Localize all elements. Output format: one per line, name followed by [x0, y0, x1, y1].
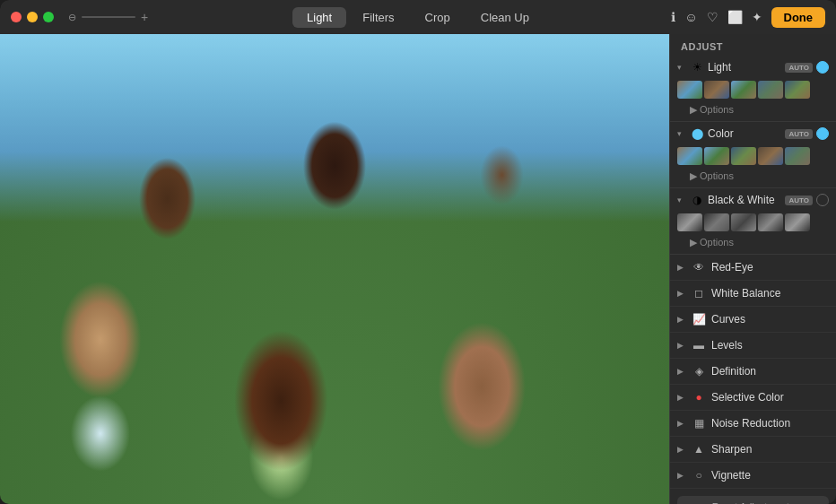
color-icon: ⬤ — [690, 127, 704, 140]
titlebar-right: ℹ ☺ ♡ ⬜ ✦ Done — [671, 7, 825, 28]
zoom-in-icon: + — [141, 10, 148, 24]
light-thumb-2[interactable] — [704, 81, 729, 99]
levels-item[interactable]: ▶ ▬ Levels — [670, 333, 836, 359]
white-balance-chevron: ▶ — [677, 289, 686, 298]
bw-thumb-2[interactable] — [704, 213, 729, 231]
white-balance-label: White Balance — [711, 287, 829, 300]
levels-icon: ▬ — [692, 339, 706, 352]
adjust-sidebar: Adjust ▾ ☀ Light AUTO ▶ Optio — [669, 34, 836, 504]
vignette-item[interactable]: ▶ ○ Vignette — [670, 463, 836, 489]
done-button[interactable]: Done — [771, 7, 826, 28]
light-thumbnails — [670, 79, 836, 102]
red-eye-chevron: ▶ — [677, 263, 686, 272]
color-header[interactable]: ▾ ⬤ Color AUTO — [670, 122, 836, 145]
vignette-label: Vignette — [711, 469, 829, 482]
nav-buttons: Light Filters Crop Clean Up — [292, 7, 544, 28]
definition-item[interactable]: ▶ ◈ Definition — [670, 359, 836, 385]
color-thumb-5[interactable] — [785, 147, 810, 165]
color-thumb-4[interactable] — [758, 147, 783, 165]
red-eye-item[interactable]: ▶ 👁 Red-Eye — [670, 255, 836, 281]
color-auto-badge[interactable]: AUTO — [785, 129, 813, 139]
light-thumb-1[interactable] — [677, 81, 702, 99]
definition-label: Definition — [711, 365, 829, 378]
favorite-icon[interactable]: ♡ — [707, 10, 718, 24]
red-eye-icon: 👁 — [692, 261, 706, 274]
info-icon[interactable]: ℹ — [671, 10, 675, 24]
bw-chevron: ▾ — [677, 196, 686, 204]
selective-color-chevron: ▶ — [677, 393, 686, 402]
bw-section: ▾ ◑ Black & White AUTO ▶ Options — [670, 188, 836, 255]
sharpen-chevron: ▶ — [677, 445, 686, 454]
light-header[interactable]: ▾ ☀ Light AUTO — [670, 56, 836, 79]
light-thumb-3[interactable] — [731, 81, 756, 99]
light-chevron: ▾ — [677, 63, 686, 72]
definition-icon: ◈ — [692, 365, 706, 378]
color-thumb-1[interactable] — [677, 147, 702, 165]
bw-thumb-4[interactable] — [758, 213, 783, 231]
sharpen-icon: ▲ — [692, 443, 706, 456]
color-toggle[interactable] — [816, 127, 829, 140]
noise-reduction-item[interactable]: ▶ ▦ Noise Reduction — [670, 411, 836, 437]
color-options[interactable]: ▶ Options — [670, 169, 836, 187]
zoom-slider-area: ⊖ + — [68, 10, 148, 24]
white-balance-item[interactable]: ▶ ◻ White Balance — [670, 281, 836, 307]
light-label: Light — [708, 61, 781, 74]
light-options[interactable]: ▶ Options — [670, 102, 836, 121]
close-button[interactable] — [11, 12, 22, 22]
share-icon[interactable]: ⬜ — [727, 10, 743, 24]
zoom-slider[interactable] — [82, 16, 135, 18]
titlebar: ⊖ + Light Filters Crop Clean Up ℹ ☺ ♡ ⬜ … — [0, 0, 836, 34]
light-icon: ☀ — [690, 61, 704, 74]
emoji-icon[interactable]: ☺ — [684, 10, 697, 24]
white-balance-icon: ◻ — [692, 287, 706, 300]
light-thumb-5[interactable] — [785, 81, 810, 99]
selective-color-item[interactable]: ▶ ● Selective Color — [670, 385, 836, 411]
color-section: ▾ ⬤ Color AUTO ▶ Options — [670, 122, 836, 188]
bw-options[interactable]: ▶ Options — [670, 235, 836, 254]
bw-auto-badge[interactable]: AUTO — [785, 196, 813, 205]
light-thumb-4[interactable] — [758, 81, 783, 99]
zoom-out-icon: ⊖ — [68, 12, 76, 23]
bw-thumb-1[interactable] — [677, 213, 702, 231]
bw-header[interactable]: ▾ ◑ Black & White AUTO — [670, 188, 836, 212]
nav-crop[interactable]: Crop — [411, 7, 465, 28]
photo-people — [0, 34, 669, 504]
bw-toggle[interactable] — [816, 194, 829, 206]
maximize-button[interactable] — [43, 12, 54, 22]
levels-chevron: ▶ — [677, 341, 686, 350]
curves-chevron: ▶ — [677, 315, 686, 324]
curves-label: Curves — [711, 313, 829, 326]
selective-color-label: Selective Color — [711, 391, 829, 404]
wand-icon[interactable]: ✦ — [752, 10, 762, 24]
color-label: Color — [708, 127, 781, 140]
light-section: ▾ ☀ Light AUTO ▶ Options — [670, 56, 836, 122]
reset-adjustments-button[interactable]: Reset Adjustments — [677, 496, 829, 504]
minimize-button[interactable] — [27, 12, 38, 22]
sharpen-item[interactable]: ▶ ▲ Sharpen — [670, 437, 836, 463]
vignette-icon: ○ — [692, 469, 706, 482]
noise-reduction-icon: ▦ — [692, 417, 706, 430]
color-thumbnails — [670, 145, 836, 169]
light-toggle[interactable] — [816, 61, 829, 74]
main-content: Adjust ▾ ☀ Light AUTO ▶ Optio — [0, 34, 836, 504]
nav-filters[interactable]: Filters — [348, 7, 408, 28]
sidebar-content: ▾ ☀ Light AUTO ▶ Options ▾ — [670, 56, 836, 504]
light-auto-badge[interactable]: AUTO — [785, 63, 813, 73]
noise-reduction-label: Noise Reduction — [711, 417, 829, 430]
curves-item[interactable]: ▶ 📈 Curves — [670, 307, 836, 333]
sidebar-header: Adjust — [670, 34, 836, 56]
photo-display — [0, 34, 669, 504]
bw-thumbnails — [670, 212, 836, 235]
vignette-chevron: ▶ — [677, 471, 686, 480]
bw-thumb-5[interactable] — [785, 213, 810, 231]
nav-adjust[interactable]: Light — [292, 7, 346, 28]
bw-icon: ◑ — [690, 194, 704, 206]
color-thumb-3[interactable] — [731, 147, 756, 165]
nav-cleanup[interactable]: Clean Up — [466, 7, 544, 28]
photo-area — [0, 34, 669, 504]
color-thumb-2[interactable] — [704, 147, 729, 165]
definition-chevron: ▶ — [677, 367, 686, 376]
bw-thumb-3[interactable] — [731, 213, 756, 231]
sharpen-label: Sharpen — [711, 443, 829, 456]
levels-label: Levels — [711, 339, 829, 352]
